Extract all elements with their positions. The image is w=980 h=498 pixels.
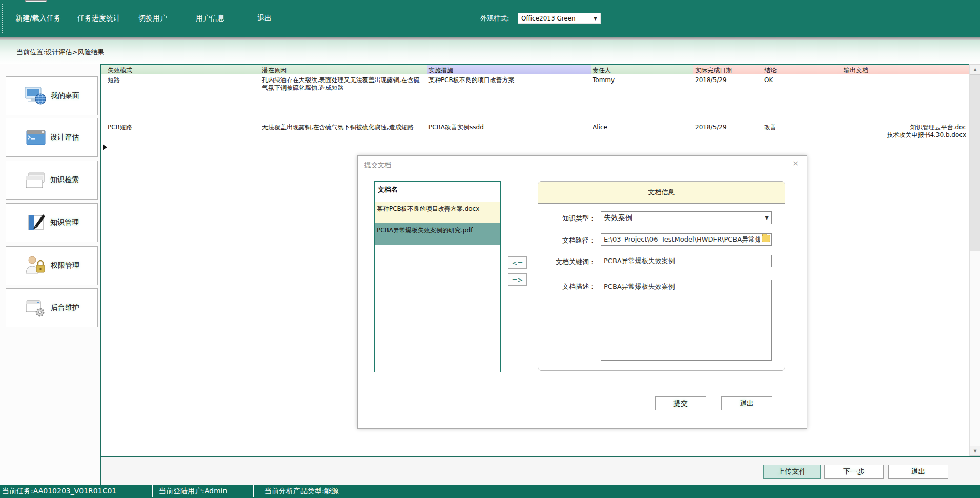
document-path-label: 文档路径： [538, 236, 596, 245]
cell-conclusion: OK [763, 74, 842, 122]
menu-item-new-load-task[interactable]: 新建/载入任务 [15, 0, 61, 37]
sidebar-item-label: 知识检索 [50, 175, 79, 185]
sidebar-item-permission-management[interactable]: 权限管理 [6, 246, 98, 285]
next-step-button[interactable]: 下一步 [824, 465, 884, 479]
dialog-exit-button[interactable]: 退出 [721, 396, 772, 410]
status-current-user: 当前登陆用户:Admin [159, 485, 227, 498]
desktop-globe-icon [24, 86, 48, 106]
document-name-list: 文档名 某种PCB板不良的项目改善方案.docx PCBA异常爆板失效案例的研究… [374, 181, 501, 372]
transfer-left-button[interactable]: <= [508, 256, 527, 269]
document-description-textarea[interactable]: PCBA异常爆板失效案例 [601, 280, 772, 361]
column-header-potential-cause[interactable]: 潜在原因 [260, 65, 427, 74]
exit-button[interactable]: 退出 [888, 465, 948, 479]
menu-bar: 新建/载入任务 任务进度统计 切换用户 用户信息 退出 外观样式: Office… [0, 0, 980, 37]
column-header-failure-mode[interactable]: 失效模式 [101, 65, 260, 74]
chevron-down-icon: ▼ [765, 215, 769, 221]
folder-icon[interactable] [762, 235, 770, 242]
notebook-pen-icon [25, 212, 47, 233]
column-header-output-document[interactable]: 输出文档 [842, 65, 969, 74]
app-window: 新建/载入任务 任务进度统计 切换用户 用户信息 退出 外观样式: Office… [0, 0, 980, 498]
breadcrumb-text: 当前位置:设计评估>风险结果 [16, 48, 104, 57]
menu-separator [180, 3, 180, 34]
column-header-implementation-measure[interactable]: 实施措施 [427, 65, 591, 74]
cell-output-document [842, 74, 969, 122]
column-header-actual-completion-date[interactable]: 实际完成日期 [693, 65, 763, 74]
sidebar-item-label: 知识管理 [50, 218, 79, 227]
windows-stack-icon [25, 170, 47, 190]
document-info-title: 文档信息 [538, 182, 785, 204]
design-window-icon [25, 128, 47, 147]
dialog-title: 提交文档 [364, 161, 391, 170]
sidebar-item-label: 我的桌面 [51, 91, 79, 101]
cell-responsible-person: Tommy [591, 74, 693, 122]
document-description-label: 文档描述： [538, 282, 596, 291]
cell-actual-completion-date: 2018/5/29 [693, 122, 763, 161]
column-header-responsible-person[interactable]: 责任人 [591, 65, 693, 74]
chevron-down-icon: ▼ [594, 16, 597, 21]
sidebar-item-label: 设计评估 [50, 133, 79, 142]
knowledge-type-select[interactable]: 失效案例 ▼ [601, 211, 772, 224]
status-separator [357, 485, 357, 497]
window-gear-icon [24, 297, 48, 318]
bottom-action-bar: 上传文件 下一步 退出 [101, 456, 980, 485]
menu-item-task-progress[interactable]: 任务进度统计 [77, 0, 120, 37]
sidebar-item-knowledge-management[interactable]: 知识管理 [6, 203, 98, 242]
submit-button[interactable]: 提交 [655, 396, 706, 410]
menu-separator [67, 3, 67, 34]
cell-implementation-measure: PCBA改善实例ssdd [427, 122, 591, 161]
scroll-up-icon[interactable]: ▲ [970, 64, 980, 74]
upload-file-button[interactable]: 上传文件 [763, 465, 821, 479]
cell-actual-completion-date: 2018/5/29 [693, 74, 763, 122]
menu-item-switch-user[interactable]: 切换用户 [138, 0, 167, 37]
list-item[interactable]: PCBA异常爆板失效案例的研究.pdf [375, 223, 500, 245]
cell-output-document: 知识管理云平台.doc 技术攻关申报书4.30.b.docx [842, 122, 969, 161]
cell-potential-cause: 无法覆盖出现露铜,在含硫气氛下铜被硫化腐蚀,造成短路 [260, 122, 427, 161]
status-current-task: 当前任务:AA010203_V01R01C01 [2, 485, 116, 498]
scrollbar-thumb[interactable] [970, 74, 980, 251]
sidebar-item-label: 后台维护 [51, 303, 79, 312]
submit-document-dialog: 提交文档 × 文档名 某种PCB板不良的项目改善方案.docx PCBA异常爆板… [357, 155, 807, 429]
transfer-right-button[interactable]: => [508, 273, 527, 286]
document-path-input[interactable] [601, 233, 772, 246]
appearance-style-select[interactable]: Office2013 Green ▼ [518, 13, 601, 24]
cell-failure-mode: PCB短路 [101, 122, 260, 161]
current-row-indicator-icon [103, 144, 107, 150]
cell-conclusion: 改善 [763, 122, 842, 161]
cell-responsible-person: Alice [591, 122, 693, 161]
sidebar-item-design-evaluation[interactable]: 设计评估 [6, 118, 98, 157]
close-icon[interactable]: × [792, 159, 799, 167]
toolbar-gripper[interactable] [2, 4, 3, 33]
sidebar-item-my-desktop[interactable]: 我的桌面 [6, 76, 98, 115]
table-row[interactable]: 短路 孔内绿油存在大裂纹,表面处理又无法覆盖出现露铜,在含硫气氛下铜被硫化腐蚀,… [101, 74, 969, 122]
sidebar-item-label: 权限管理 [51, 261, 79, 270]
knowledge-type-label: 知识类型： [538, 214, 596, 223]
grid-header-row: 失效模式 潜在原因 实施措施 责任人 实际完成日期 结论 输出文档 [101, 64, 969, 74]
knowledge-type-value: 失效案例 [604, 213, 632, 223]
document-info-panel: 文档信息 知识类型： 失效案例 ▼ 文档路径： 文档关键词： 文档描述： PCB… [538, 181, 785, 371]
column-header-conclusion[interactable]: 结论 [763, 65, 842, 74]
cell-implementation-measure: 某种PCB板不良的项目改善方案 [427, 74, 591, 122]
status-separator [253, 485, 254, 497]
status-separator [152, 485, 153, 497]
list-item[interactable]: 某种PCB板不良的项目改善方案.docx [375, 202, 500, 223]
document-keywords-label: 文档关键词： [538, 257, 596, 267]
menu-item-user-info[interactable]: 用户信息 [196, 0, 224, 37]
document-list-header: 文档名 [375, 182, 500, 197]
status-bar: 当前任务:AA010203_V01R01C01 当前登陆用户:Admin 当前分… [0, 485, 980, 498]
cell-failure-mode: 短路 [101, 74, 260, 122]
sidebar-item-backend-maintenance[interactable]: 后台维护 [6, 288, 98, 327]
vertical-scrollbar[interactable]: ▲ ▼ [969, 64, 980, 456]
table-row[interactable]: PCB短路 无法覆盖出现露铜,在含硫气氛下铜被硫化腐蚀,造成短路 PCBA改善实… [101, 122, 969, 161]
scroll-down-icon[interactable]: ▼ [970, 446, 980, 456]
user-lock-icon [24, 255, 48, 276]
appearance-style-label: 外观样式: [480, 0, 509, 37]
sidebar-item-knowledge-search[interactable]: 知识检索 [6, 161, 98, 200]
cell-potential-cause: 孔内绿油存在大裂纹,表面处理又无法覆盖出现露铜,在含硫气氛下铜被硫化腐蚀,造成短… [260, 74, 427, 122]
breadcrumb: 当前位置:设计评估>风险结果 [0, 40, 980, 64]
appearance-style-value: Office2013 Green [521, 15, 576, 22]
status-product-type: 当前分析产品类型:能源 [264, 485, 339, 498]
document-keywords-input[interactable] [601, 255, 772, 267]
menu-item-exit[interactable]: 退出 [257, 0, 272, 37]
sidebar: 我的桌面 设计评估 知识检索 [0, 64, 101, 485]
